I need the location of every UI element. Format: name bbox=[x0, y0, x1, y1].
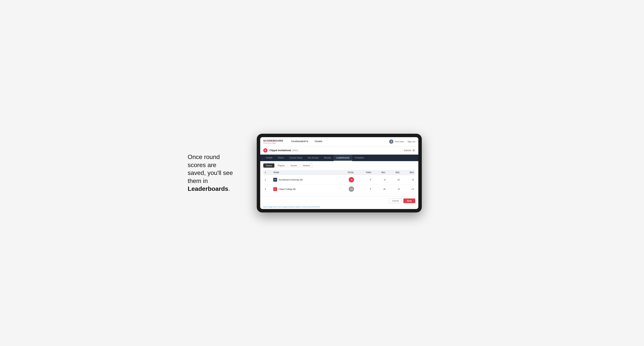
tournament-gender: (Men) bbox=[292, 149, 298, 152]
cancel-label: Cancel bbox=[404, 149, 411, 152]
footer-save-button[interactable]: Save bbox=[403, 198, 415, 203]
col-team: TEAM bbox=[272, 170, 336, 175]
text-line4: them in bbox=[188, 177, 208, 184]
score-badge: +3 bbox=[349, 186, 354, 192]
text-bold: Leaderboards bbox=[188, 185, 228, 192]
tab-printables[interactable]: Printables bbox=[352, 155, 367, 161]
rd2-cell: -8 bbox=[387, 184, 401, 194]
text-line2: scores are bbox=[188, 162, 216, 169]
text-line1: Once round bbox=[188, 154, 220, 160]
col-rd1: RD1 bbox=[373, 170, 387, 175]
logo-sub-prefix: Powered by bbox=[263, 142, 272, 144]
col-thru: THRU bbox=[356, 170, 373, 175]
page-footer: Cancel Save bbox=[260, 196, 418, 205]
filter-buttons: Teams Players Scores Strokes bbox=[263, 164, 415, 168]
cancel-x-icon: ✕ bbox=[412, 149, 415, 152]
sub-tabs: Details Teams Course Setup Tee Groups Re… bbox=[260, 155, 418, 161]
nav-links: TOURNAMENTS TEAMS bbox=[288, 137, 389, 146]
tablet-device: SCOREBOARD Powered by clippd TOURNAMENTS… bbox=[257, 134, 422, 212]
team-name: Clippd College [A] bbox=[279, 188, 296, 190]
rd2-cell: +5 bbox=[387, 175, 401, 184]
thru-cell: F bbox=[356, 175, 373, 184]
filter-scores[interactable]: Scores bbox=[288, 164, 300, 168]
team-logo: C bbox=[273, 187, 277, 191]
col-rd2: RD2 bbox=[387, 170, 401, 175]
filter-teams[interactable]: Teams bbox=[263, 164, 274, 168]
rank-cell: 1 bbox=[263, 175, 272, 184]
left-description: Once round scores are saved, you'll see … bbox=[188, 153, 245, 193]
table-row: 2 C Clippd College [A] +3 F +8 -8 +3 bbox=[263, 184, 415, 194]
col-rd3: RD3 bbox=[401, 170, 415, 175]
tournament-logo: C bbox=[263, 148, 268, 153]
logo-brand: clippd bbox=[272, 142, 276, 144]
total-cell: +3 bbox=[336, 184, 356, 194]
tab-leaderboards[interactable]: Leaderboards bbox=[334, 155, 352, 161]
tournament-name: Clippd Invitational bbox=[270, 149, 291, 152]
team-logo: SU bbox=[273, 178, 277, 182]
col-total: TOTAL bbox=[336, 170, 356, 175]
nav-teams[interactable]: TEAMS bbox=[312, 137, 326, 146]
leaderboard-table: # TEAM TOTAL THRU RD1 RD2 RD3 1 SU bbox=[263, 170, 415, 194]
col-rank: # bbox=[263, 170, 272, 175]
tablet-screen: SCOREBOARD Powered by clippd TOURNAMENTS… bbox=[260, 137, 418, 209]
score-badge: -5 bbox=[349, 177, 354, 182]
logo-text: SCOREBOARD bbox=[263, 139, 283, 142]
table-header-row: # TEAM TOTAL THRU RD1 RD2 RD3 bbox=[263, 170, 415, 175]
rd3-cell: -6 bbox=[401, 175, 415, 184]
tab-teams[interactable]: Teams bbox=[275, 155, 287, 161]
nav-divider: | bbox=[406, 141, 406, 143]
url-bar: https://stage-blue-coach.stagescoreboard… bbox=[260, 205, 418, 209]
thru-cell: F bbox=[356, 184, 373, 194]
footer-cancel-button[interactable]: Cancel bbox=[389, 198, 402, 203]
top-nav: SCOREBOARD Powered by clippd TOURNAMENTS… bbox=[260, 137, 418, 146]
rank-cell: 2 bbox=[263, 184, 272, 194]
text-line3: saved, you'll see bbox=[188, 169, 233, 176]
team-name-cell: C Clippd College [A] bbox=[272, 184, 336, 194]
tournament-cancel-btn[interactable]: Cancel ✕ bbox=[404, 149, 415, 152]
nav-right: S Test User | Sign out bbox=[389, 140, 415, 144]
text-period: . bbox=[228, 185, 230, 192]
logo-sub: Powered by clippd bbox=[263, 142, 283, 144]
tab-tee-groups[interactable]: Tee Groups bbox=[305, 155, 321, 161]
sign-out-link[interactable]: Sign out bbox=[408, 141, 415, 143]
total-cell: -5 bbox=[336, 175, 356, 184]
page-wrapper: Once round scores are saved, you'll see … bbox=[188, 134, 456, 212]
nav-tournaments[interactable]: TOURNAMENTS bbox=[288, 137, 312, 146]
team-name-cell: SU Scoreboard University [A] bbox=[272, 175, 336, 184]
table-row: 1 SU Scoreboard University [A] -5 F -4 +… bbox=[263, 175, 415, 184]
tab-course-setup[interactable]: Course Setup bbox=[287, 155, 305, 161]
user-name: Test User bbox=[395, 141, 404, 143]
filter-strokes[interactable]: Strokes bbox=[300, 164, 312, 168]
user-avatar: S bbox=[389, 140, 394, 144]
logo-area: SCOREBOARD Powered by clippd bbox=[263, 139, 283, 144]
rd3-cell: +3 bbox=[401, 184, 415, 194]
filter-players[interactable]: Players bbox=[275, 164, 287, 168]
tournament-header: C Clippd Invitational (Men) Cancel ✕ bbox=[260, 146, 418, 155]
tab-results[interactable]: Results bbox=[321, 155, 334, 161]
rd1-cell: -4 bbox=[373, 175, 387, 184]
team-name: Scoreboard University [A] bbox=[279, 178, 302, 181]
rd1-cell: +8 bbox=[373, 184, 387, 194]
tab-details[interactable]: Details bbox=[263, 155, 275, 161]
content-area: Teams Players Scores Strokes # TEAM TOTA… bbox=[260, 161, 418, 196]
